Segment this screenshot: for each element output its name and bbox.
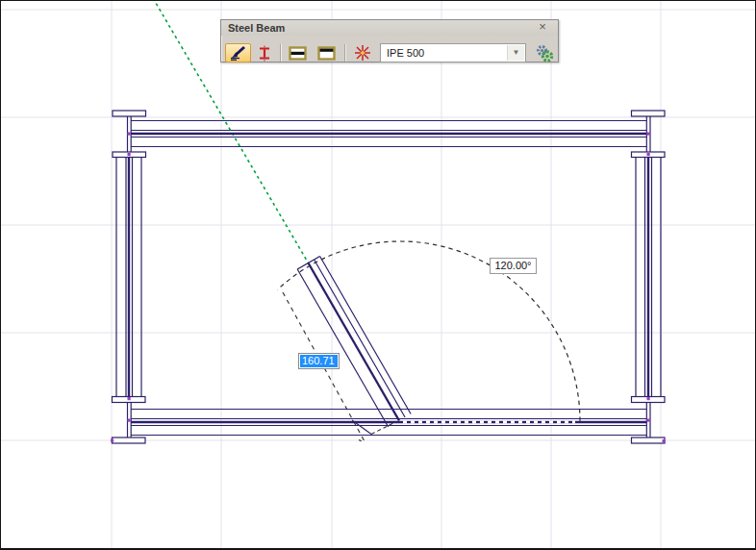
steel-beam-diagonal-preview[interactable] — [297, 257, 411, 428]
red-asterisk-icon — [354, 44, 371, 62]
geometry-method-beam-button[interactable] — [225, 43, 251, 62]
steel-beam-right[interactable] — [632, 111, 666, 443]
length-tracker[interactable]: 160.71 — [298, 353, 340, 369]
profile-dropdown-value: IPE 500 — [387, 47, 424, 59]
close-icon[interactable]: × — [536, 20, 549, 34]
palette-toolbar: IPE 500 ▼ — [221, 36, 558, 62]
beam-diagonal-icon — [229, 45, 248, 61]
hotspot-star-button[interactable] — [350, 43, 375, 62]
angle-dimension-label: 120.00° — [490, 258, 537, 274]
palette-title: Steel Beam — [228, 22, 285, 34]
steel-beam-top[interactable] — [131, 121, 646, 147]
settings-button[interactable] — [531, 43, 557, 62]
hotspot-dots[interactable] — [111, 133, 666, 443]
toolbar-separator — [344, 44, 346, 62]
profile-dropdown[interactable]: IPE 500 ▼ — [380, 43, 526, 62]
frame-top-bar-icon — [317, 46, 336, 61]
ibeam-red-icon — [257, 45, 272, 62]
frame-middle-bar-icon — [289, 46, 307, 61]
application-window: 120.00° 160.71 Steel Beam × — [0, 0, 756, 550]
drawing-canvas[interactable] — [1, 1, 756, 550]
length-tracker-value[interactable]: 160.71 — [300, 355, 338, 367]
palette-titlebar[interactable]: Steel Beam × — [221, 20, 558, 36]
steel-beam-bottom[interactable] — [131, 410, 646, 436]
reference-line-middle-button[interactable] — [285, 44, 310, 62]
profile-section-button[interactable] — [252, 43, 276, 62]
steel-beam-palette: Steel Beam × — [220, 19, 559, 62]
dropdown-arrow-button[interactable]: ▼ — [507, 45, 524, 61]
steel-beam-left[interactable] — [113, 111, 146, 443]
toolbar-separator — [280, 44, 282, 62]
chevron-down-icon: ▼ — [513, 49, 520, 57]
grid-lines — [1, 1, 756, 550]
reference-line-top-button[interactable] — [314, 44, 339, 62]
gears-icon — [535, 44, 554, 62]
